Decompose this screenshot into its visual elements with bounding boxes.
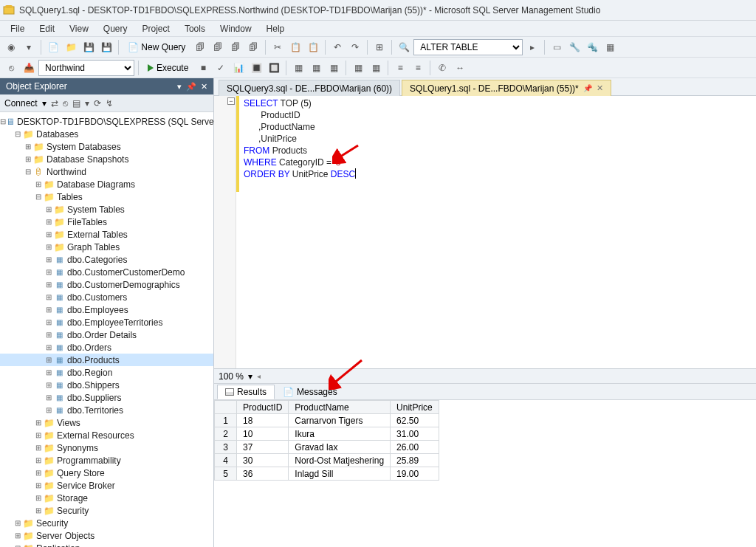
zoom-label[interactable]: 100 % <box>219 371 244 382</box>
execute-button[interactable]: Execute <box>142 60 193 76</box>
row-header-corner[interactable] <box>215 401 237 414</box>
go-button[interactable]: ▸ <box>524 39 540 55</box>
cut-button[interactable]: ✂ <box>269 39 286 55</box>
expand-icon[interactable]: ⊞ <box>44 368 53 376</box>
q-db-icon[interactable]: 📥 <box>21 60 37 76</box>
q-btn9[interactable]: ≡ <box>410 60 426 76</box>
expand-icon[interactable]: ⊞ <box>44 331 53 339</box>
expand-icon[interactable]: ⊞ <box>44 393 53 402</box>
save-button[interactable]: 💾 <box>80 39 97 55</box>
row-number[interactable]: 1 <box>215 414 237 427</box>
expand-icon[interactable]: ⊟ <box>13 130 22 138</box>
northwind-node[interactable]: ⊟🛢Northwind <box>0 165 213 178</box>
expand-icon[interactable]: ⊞ <box>44 318 53 326</box>
db-button4[interactable]: 🗐 <box>245 39 261 55</box>
storage-node[interactable]: ⊞📁Storage <box>0 492 213 504</box>
cell[interactable]: Carnarvon Tigers <box>289 414 391 427</box>
expand-icon[interactable]: ⊞ <box>34 431 43 439</box>
connect-icon2[interactable]: ⎋ <box>63 98 68 109</box>
table-node[interactable]: ⊞▦dbo.Order Details <box>0 328 213 341</box>
menu-query[interactable]: Query <box>96 21 135 36</box>
stop-conn-icon[interactable]: ↯ <box>106 98 113 109</box>
menu-window[interactable]: Window <box>213 21 259 36</box>
tool-a[interactable]: ▭ <box>549 39 565 55</box>
cell[interactable]: Gravad lax <box>289 441 391 454</box>
synonyms-node[interactable]: ⊞📁Synonyms <box>0 441 213 454</box>
expand-icon[interactable]: ⊞ <box>34 444 43 452</box>
panel-dropdown-icon[interactable]: ▾ <box>177 82 182 92</box>
q-btn1[interactable]: 🔳 <box>248 60 264 76</box>
cell[interactable]: 25.89 <box>391 454 439 467</box>
sql-editor[interactable]: − SELECT TOP (5) ProductID ,ProductName … <box>214 96 756 369</box>
object-type-combo[interactable]: ALTER TABLE <box>413 39 523 55</box>
graphtables-node[interactable]: ⊞📁Graph Tables <box>0 241 213 253</box>
table-row[interactable]: 536Inlagd Sill19.00 <box>215 467 439 481</box>
results-grid[interactable]: ProductID ProductName UnitPrice 118Carna… <box>214 400 756 547</box>
results-table[interactable]: ProductID ProductName UnitPrice 118Carna… <box>214 400 439 481</box>
expand-icon[interactable]: ⊞ <box>44 343 53 351</box>
fold-icon[interactable]: − <box>227 97 235 105</box>
nav-fwd-button[interactable]: ▾ <box>21 39 37 55</box>
row-number[interactable]: 2 <box>215 427 237 441</box>
table-node[interactable]: ⊞▦dbo.Orders <box>0 341 213 354</box>
tool-d[interactable]: ▦ <box>602 39 618 55</box>
q-btn4[interactable]: ▦ <box>308 60 324 76</box>
db-button3[interactable]: 🗐 <box>227 39 244 55</box>
menu-file[interactable]: File <box>3 21 32 36</box>
exttables-node[interactable]: ⊞📁External Tables <box>0 228 213 241</box>
q-btn3[interactable]: ▦ <box>290 60 306 76</box>
table-node[interactable]: ⊞▦dbo.Suppliers <box>0 391 213 404</box>
misc-button1[interactable]: ⊞ <box>371 39 388 55</box>
document-tab[interactable]: SQLQuery3.sql - DE...FBDO\Marijan (60)) <box>219 80 400 96</box>
expand-icon[interactable]: ⊞ <box>34 481 43 489</box>
q-btn8[interactable]: ≡ <box>392 60 408 76</box>
parse-button[interactable]: ✓ <box>213 60 229 76</box>
col-header[interactable]: ProductID <box>237 401 289 414</box>
sql-code[interactable]: SELECT TOP (5) ProductID ,ProductName ,U… <box>244 97 355 180</box>
new-query-button[interactable]: 📄 New Query <box>123 39 190 55</box>
cell[interactable]: 62.50 <box>391 414 439 427</box>
copy-button[interactable]: 📋 <box>287 39 303 55</box>
cell[interactable]: 19.00 <box>391 467 439 481</box>
expand-icon[interactable]: ⊞ <box>44 281 53 289</box>
sysdb-node[interactable]: ⊞📁System Databases <box>0 140 213 153</box>
table-row[interactable]: 430Nord-Ost Matjeshering25.89 <box>215 454 439 467</box>
expand-icon[interactable]: ⊞ <box>13 544 22 547</box>
table-node[interactable]: ⊞▦dbo.Shippers <box>0 379 213 391</box>
saveall-button[interactable]: 💾 <box>98 39 114 55</box>
misc-button2[interactable]: 🔍 <box>396 39 412 55</box>
plan-button[interactable]: 📊 <box>230 60 247 76</box>
expand-icon[interactable]: ⊞ <box>34 506 43 515</box>
tool-c[interactable]: 🔩 <box>584 39 600 55</box>
stop-button[interactable]: ■ <box>195 60 211 76</box>
zoom-dropdown-icon[interactable]: ▾ <box>248 371 252 382</box>
servicebroker-node[interactable]: ⊞📁Service Broker <box>0 479 213 492</box>
expand-icon[interactable]: ⊞ <box>34 419 43 427</box>
security-node[interactable]: ⊞📁Security <box>0 517 213 529</box>
querystore-node[interactable]: ⊞📁Query Store <box>0 467 213 479</box>
extres-node[interactable]: ⊞📁External Resources <box>0 429 213 441</box>
table-node[interactable]: ⊞▦dbo.Customers <box>0 291 213 303</box>
database-selector[interactable]: Northwind <box>38 60 134 76</box>
q-btn6[interactable]: ▦ <box>350 60 366 76</box>
table-row[interactable]: 210Ikura31.00 <box>215 427 439 441</box>
col-header[interactable]: ProductName <box>289 401 391 414</box>
table-node[interactable]: ⊞▦dbo.CustomerDemographics <box>0 278 213 291</box>
cell[interactable]: 37 <box>237 441 289 454</box>
connect-icon1[interactable]: ⇄ <box>51 98 58 109</box>
expand-icon[interactable]: ⊞ <box>34 456 43 464</box>
row-number[interactable]: 5 <box>215 467 237 481</box>
expand-icon[interactable]: ⊞ <box>44 205 53 213</box>
replication-node[interactable]: ⊞📁Replication <box>0 542 213 547</box>
paste-button[interactable]: 📋 <box>305 39 321 55</box>
pin-icon[interactable]: 📌 <box>583 84 592 92</box>
expand-icon[interactable]: ⊞ <box>44 306 53 314</box>
new-button[interactable]: 📄 <box>45 39 61 55</box>
expand-icon[interactable]: ⊞ <box>44 230 53 238</box>
cell[interactable]: 31.00 <box>391 427 439 441</box>
db-button1[interactable]: 🗐 <box>192 39 208 55</box>
expand-icon[interactable]: ⊞ <box>13 519 22 527</box>
tables-node[interactable]: ⊟📁Tables <box>0 190 213 203</box>
results-tab[interactable]: Results <box>217 385 275 399</box>
expand-icon[interactable]: ⊞ <box>13 531 22 540</box>
